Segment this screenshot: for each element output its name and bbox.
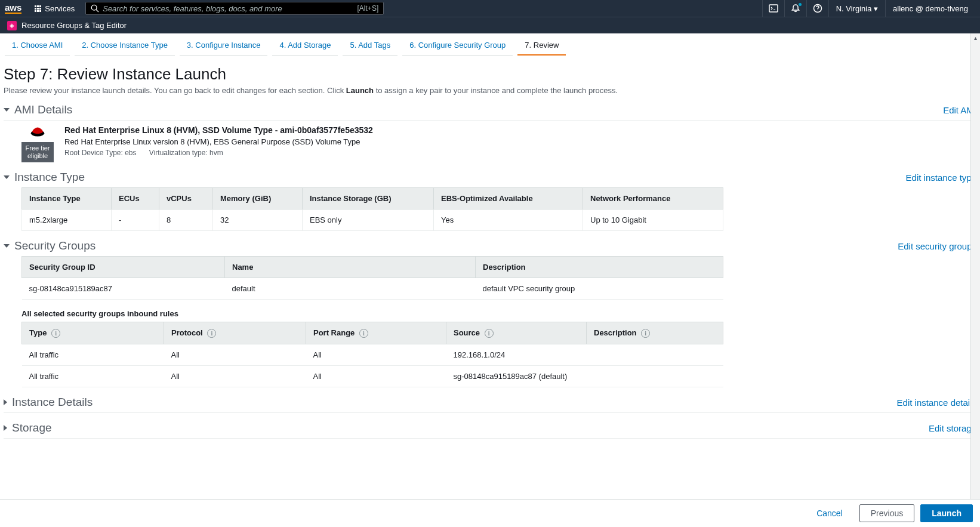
page-title: Step 7: Review Instance Launch <box>4 65 976 84</box>
edit-security-groups-link[interactable]: Edit security groups <box>898 241 976 251</box>
table-row: m5.2xlarge - 8 32 EBS only Yes Up to 10 … <box>22 209 723 231</box>
edit-storage-link[interactable]: Edit storage <box>929 423 976 433</box>
top-nav: aws Services [Alt+S] N. Virginia ▾ allen… <box>0 0 980 17</box>
col-network: Network Performance <box>583 188 723 209</box>
svg-rect-2 <box>769 5 778 12</box>
resource-groups-icon <box>7 21 17 30</box>
search-icon <box>91 4 99 13</box>
col-sg-name: Name <box>225 257 476 278</box>
cloudshell-icon <box>769 4 778 13</box>
services-menu-button[interactable]: Services <box>29 2 81 16</box>
info-icon[interactable]: i <box>485 329 494 338</box>
svg-point-0 <box>92 5 97 10</box>
col-source: Source i <box>446 322 587 344</box>
region-label: N. Virginia <box>836 4 872 13</box>
edit-instance-type-link[interactable]: Edit instance type <box>906 172 976 183</box>
notifications-button[interactable] <box>784 0 806 17</box>
info-icon[interactable]: i <box>207 329 216 338</box>
wizard-tab-configure-instance[interactable]: 3. Configure Instance <box>180 36 268 56</box>
cloudshell-button[interactable] <box>762 0 784 17</box>
divider <box>4 412 976 413</box>
col-protocol: Protocol i <box>164 322 306 344</box>
inbound-rules-table: Type i Protocol i Port Range i Source i … <box>21 322 723 387</box>
col-sg-id: Security Group ID <box>22 257 225 278</box>
caret-down-icon[interactable] <box>4 244 10 248</box>
aws-logo[interactable]: aws <box>5 3 21 14</box>
col-type: Type i <box>22 322 164 344</box>
table-row: All traffic All All 192.168.1.0/24 <box>22 344 723 366</box>
ami-section-title: AMI Details <box>14 103 72 116</box>
free-tier-badge: Free tier eligible <box>21 142 54 162</box>
wizard-tab-choose-instance-type[interactable]: 2. Choose Instance Type <box>75 36 175 56</box>
search-input[interactable] <box>103 4 352 13</box>
table-row: sg-08148ca915189ac87 default default VPC… <box>22 278 723 300</box>
col-vcpus: vCPUs <box>159 188 213 209</box>
ami-meta: Root Device Type: ebs Virtualization typ… <box>64 149 373 157</box>
instance-details-section-header: Instance Details Edit instance details <box>4 396 976 409</box>
storage-section-title: Storage <box>12 421 52 434</box>
scrollbar[interactable]: ▴ <box>970 33 980 474</box>
caret-down-icon[interactable] <box>4 108 10 112</box>
scroll-up-icon[interactable]: ▴ <box>971 35 980 41</box>
wizard-tabs: 1. Choose AMI 2. Choose Instance Type 3.… <box>0 36 980 56</box>
account-label: allenc @ demo-tlveng <box>893 4 968 13</box>
ami-section-header: AMI Details Edit AMI <box>4 103 976 116</box>
page-intro: Please review your instance launch detai… <box>4 86 976 95</box>
security-groups-section-title: Security Groups <box>14 239 95 252</box>
search-shortcut-hint: [Alt+S] <box>358 4 379 13</box>
breadcrumb-service[interactable]: Resource Groups & Tag Editor <box>21 21 127 30</box>
instance-type-section-header: Instance Type Edit instance type <box>4 171 976 184</box>
main-content: Step 7: Review Instance Launch Please re… <box>0 56 980 474</box>
instance-type-table: Instance Type ECUs vCPUs Memory (GiB) In… <box>21 187 723 231</box>
info-icon[interactable]: i <box>359 329 368 338</box>
security-group-summary-table: Security Group ID Name Description sg-08… <box>21 256 723 300</box>
caret-down-icon[interactable] <box>4 175 10 179</box>
col-ebs-opt: EBS-Optimized Available <box>434 188 583 209</box>
svg-line-1 <box>96 10 98 12</box>
help-button[interactable] <box>806 0 828 17</box>
info-icon[interactable]: i <box>641 329 650 338</box>
wizard-tab-add-storage[interactable]: 4. Add Storage <box>272 36 338 56</box>
security-groups-section-header: Security Groups Edit security groups <box>4 239 976 252</box>
wizard-tab-review[interactable]: 7. Review <box>517 36 566 56</box>
col-ecus: ECUs <box>112 188 159 209</box>
global-search[interactable]: [Alt+S] <box>85 2 384 15</box>
col-port-range: Port Range i <box>306 322 446 344</box>
col-memory: Memory (GiB) <box>213 188 303 209</box>
inbound-rules-caption: All selected security groups inbound rul… <box>21 309 976 318</box>
instance-type-section-title: Instance Type <box>14 171 85 184</box>
col-storage: Instance Storage (GB) <box>303 188 434 209</box>
wizard-tab-choose-ami[interactable]: 1. Choose AMI <box>5 36 70 56</box>
info-icon[interactable]: i <box>51 329 60 338</box>
col-sg-desc: Description <box>476 257 723 278</box>
divider <box>4 438 976 439</box>
wizard-tab-configure-security-group[interactable]: 6. Configure Security Group <box>402 36 513 56</box>
ami-virtualization: Virtualization type: hvm <box>149 149 223 157</box>
ami-title: Red Hat Enterprise Linux 8 (HVM), SSD Vo… <box>64 125 373 135</box>
region-selector[interactable]: N. Virginia ▾ <box>828 0 885 17</box>
ami-root-device: Root Device Type: ebs <box>64 149 137 157</box>
wizard-tab-add-tags[interactable]: 5. Add Tags <box>343 36 397 56</box>
notification-dot-icon <box>799 3 802 6</box>
col-description: Description i <box>587 322 723 344</box>
instance-details-section-title: Instance Details <box>12 396 93 409</box>
help-icon <box>813 4 822 13</box>
table-row: All traffic All All sg-08148ca915189ac87… <box>22 366 723 387</box>
service-breadcrumb-bar: Resource Groups & Tag Editor <box>0 17 980 33</box>
redhat-icon <box>29 125 47 138</box>
account-menu[interactable]: allenc @ demo-tlveng <box>885 0 975 17</box>
ami-description: Red Hat Enterprise Linux version 8 (HVM)… <box>64 137 373 146</box>
services-label: Services <box>45 4 75 13</box>
caret-right-icon[interactable] <box>4 425 7 431</box>
edit-instance-details-link[interactable]: Edit instance details <box>897 397 976 408</box>
services-grid-icon <box>35 5 41 12</box>
storage-section-header: Storage Edit storage <box>4 421 976 434</box>
caret-right-icon[interactable] <box>4 399 7 405</box>
ami-details-block: Free tier eligible Red Hat Enterprise Li… <box>4 121 976 162</box>
col-instance-type: Instance Type <box>22 188 112 209</box>
